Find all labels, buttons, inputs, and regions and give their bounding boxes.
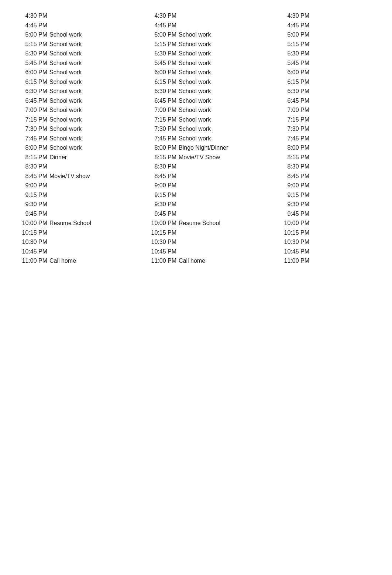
time-cell: 9:30 PM	[281, 200, 309, 209]
time-cell: 7:15 PM	[148, 115, 179, 125]
schedule-row: 10:30 PM	[18, 237, 148, 247]
time-cell: 10:00 PM	[281, 218, 309, 228]
activity-cell: Movie/TV Show	[179, 153, 281, 162]
schedule-row: 7:00 PMSchool work	[18, 105, 148, 115]
activity-cell: School work	[179, 115, 281, 125]
schedule-row: 5:30 PMSchool work	[18, 49, 148, 58]
time-cell: 7:00 PM	[148, 105, 179, 115]
time-cell: 9:45 PM	[18, 209, 49, 219]
time-cell: 8:45 PM	[281, 171, 309, 181]
time-cell: 10:15 PM	[281, 228, 309, 238]
time-cell: 10:00 PM	[148, 218, 179, 228]
activity-cell: School work	[49, 86, 148, 96]
schedule-row: 8:00 PM	[281, 143, 317, 153]
time-cell: 11:00 PM	[281, 256, 309, 266]
schedule-row: 10:30 PM	[281, 237, 317, 247]
activity-cell: School work	[49, 77, 148, 87]
schedule-row: 5:00 PMSchool work	[18, 30, 148, 40]
schedule-row: 8:45 PM	[281, 171, 317, 181]
schedule-row: 10:15 PM	[18, 228, 148, 238]
schedule-row: 8:30 PM	[18, 162, 148, 171]
time-cell: 4:45 PM	[148, 21, 179, 30]
time-cell: 5:30 PM	[281, 49, 309, 58]
time-cell: 6:45 PM	[18, 96, 49, 106]
time-cell: 6:45 PM	[281, 96, 309, 106]
time-cell: 8:30 PM	[281, 162, 309, 171]
schedule-row: 9:00 PM	[281, 181, 317, 190]
schedule-column-2: 4:30 PM 4:45 PM 5:00 PMSchool work 5:15 …	[148, 11, 281, 266]
activity-cell: School work	[179, 68, 281, 77]
time-cell: 4:45 PM	[281, 21, 309, 30]
schedule-page: 4:30 PM 4:45 PM 5:00 PMSchool work 5:15 …	[0, 0, 392, 575]
schedule-column-1: 4:30 PM 4:45 PM 5:00 PMSchool work 5:15 …	[18, 11, 148, 266]
time-cell: 5:15 PM	[148, 40, 179, 49]
schedule-row: 7:30 PMSchool work	[18, 124, 148, 134]
schedule-row: 7:15 PM	[281, 115, 317, 125]
schedule-row: 8:15 PMMovie/TV Show	[148, 153, 281, 162]
schedule-row: 8:00 PMSchool work	[18, 143, 148, 153]
schedule-row: 9:45 PM	[18, 209, 148, 219]
time-cell: 7:45 PM	[18, 134, 49, 143]
time-cell: 6:30 PM	[281, 86, 309, 96]
time-cell: 5:30 PM	[18, 49, 49, 58]
schedule-columns: 4:30 PM 4:45 PM 5:00 PMSchool work 5:15 …	[18, 11, 374, 266]
schedule-row: 7:00 PMSchool work	[148, 105, 281, 115]
time-cell: 9:00 PM	[281, 181, 309, 190]
schedule-row: 5:45 PMSchool work	[18, 58, 148, 68]
time-cell: 10:45 PM	[18, 247, 49, 256]
schedule-row: 4:30 PM	[281, 11, 317, 21]
schedule-row: 10:45 PM	[148, 247, 281, 256]
time-cell: 8:15 PM	[148, 153, 179, 162]
time-cell: 8:00 PM	[148, 143, 179, 153]
schedule-row: 6:15 PM	[281, 77, 317, 87]
schedule-row: 10:00 PMResume School	[148, 218, 281, 228]
schedule-row: 6:45 PM	[281, 96, 317, 106]
time-cell: 9:45 PM	[148, 209, 179, 219]
schedule-row: 5:45 PMSchool work	[148, 58, 281, 68]
schedule-row: 5:00 PMSchool work	[148, 30, 281, 40]
schedule-row: 6:30 PMSchool work	[148, 86, 281, 96]
time-cell: 6:15 PM	[148, 77, 179, 87]
schedule-row: 7:45 PMSchool work	[18, 134, 148, 143]
time-cell: 9:00 PM	[148, 181, 179, 190]
schedule-row: 4:45 PM	[18, 21, 148, 30]
schedule-row: 6:45 PMSchool work	[148, 96, 281, 106]
activity-cell: School work	[179, 134, 281, 143]
time-cell: 4:30 PM	[18, 11, 49, 21]
activity-cell: School work	[49, 105, 148, 115]
time-cell: 5:45 PM	[281, 58, 309, 68]
time-cell: 9:15 PM	[18, 190, 49, 200]
time-cell: 4:30 PM	[148, 11, 179, 21]
schedule-row: 9:45 PM	[148, 209, 281, 219]
activity-cell: Call home	[49, 256, 148, 266]
activity-cell: School work	[179, 58, 281, 68]
time-cell: 5:00 PM	[18, 30, 49, 40]
schedule-row: 5:45 PM	[281, 58, 317, 68]
schedule-row: 5:15 PM	[281, 40, 317, 49]
schedule-row: 9:00 PM	[148, 181, 281, 190]
time-cell: 5:00 PM	[281, 30, 309, 40]
time-cell: 9:15 PM	[281, 190, 309, 200]
time-cell: 6:30 PM	[148, 86, 179, 96]
schedule-row: 6:30 PM	[281, 86, 317, 96]
schedule-row: 4:30 PM	[18, 11, 148, 21]
time-cell: 7:30 PM	[18, 124, 49, 134]
activity-cell: School work	[49, 40, 148, 49]
time-cell: 6:30 PM	[18, 86, 49, 96]
activity-cell: School work	[179, 49, 281, 58]
time-cell: 6:00 PM	[18, 68, 49, 77]
time-cell: 7:45 PM	[148, 134, 179, 143]
schedule-row: 7:15 PMSchool work	[18, 115, 148, 125]
schedule-row: 6:00 PMSchool work	[148, 68, 281, 77]
time-cell: 9:15 PM	[148, 190, 179, 200]
time-cell: 6:00 PM	[148, 68, 179, 77]
schedule-row: 8:00 PMBingo Night/Dinner	[148, 143, 281, 153]
time-cell: 6:15 PM	[281, 77, 309, 87]
schedule-row: 7:00 PM	[281, 105, 317, 115]
schedule-row: 6:15 PMSchool work	[18, 77, 148, 87]
time-cell: 8:45 PM	[148, 171, 179, 181]
activity-cell: School work	[49, 68, 148, 77]
schedule-row: 10:30 PM	[148, 237, 281, 247]
schedule-row: 10:00 PM	[281, 218, 317, 228]
time-cell: 10:45 PM	[281, 247, 309, 256]
